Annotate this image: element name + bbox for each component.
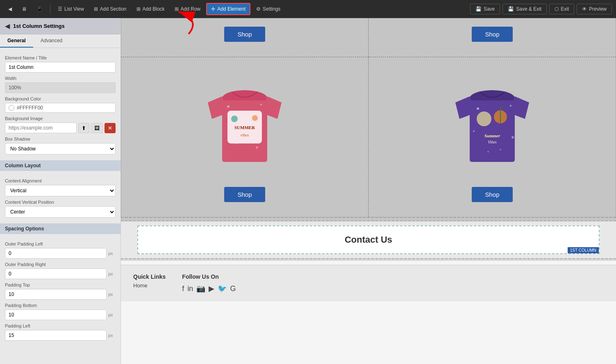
bg-image-delete-button[interactable]: ✕ bbox=[105, 123, 116, 133]
padding-bottom-label: Padding Bottom bbox=[5, 303, 116, 308]
padding-top-input[interactable] bbox=[5, 289, 107, 300]
main-layout: ◀ 1st Column Settings General Advanced E… bbox=[0, 18, 616, 364]
add-row-button[interactable]: ⊞ Add Row bbox=[170, 4, 205, 14]
contact-section: Contact Us 1ST COLUMN bbox=[137, 225, 600, 254]
color-swatch bbox=[9, 105, 14, 111]
settings-button[interactable]: ⚙ Settings bbox=[252, 4, 284, 14]
column-layout-section: Content Alignment Vertical Content Verti… bbox=[0, 171, 120, 222]
px-label-2: px bbox=[108, 271, 116, 276]
add-block-button[interactable]: ⊞ Add Block bbox=[132, 4, 169, 14]
bg-image-upload-button[interactable]: ⬆ bbox=[78, 123, 89, 133]
element-name-label: Element Name / Title bbox=[5, 55, 116, 60]
desktop-view-button[interactable]: 🖥 bbox=[18, 4, 31, 14]
quick-links-heading: Quick Links bbox=[133, 273, 166, 280]
shop-button-2-bottom[interactable]: Shop bbox=[472, 187, 512, 202]
bg-color-field[interactable]: #FFFFFF00 bbox=[5, 103, 116, 113]
linkedin-icon[interactable]: in bbox=[187, 284, 193, 293]
canvas-inner: Shop Shop bbox=[121, 18, 616, 364]
px-label-1: px bbox=[108, 251, 116, 256]
svg-point-17 bbox=[511, 136, 514, 139]
save-exit-icon: 💾 bbox=[508, 6, 514, 12]
svg-point-4 bbox=[260, 104, 262, 105]
padding-top-field: px bbox=[5, 289, 116, 300]
exit-icon: ⬡ bbox=[555, 6, 559, 12]
sidebar-title: 1st Column Settings bbox=[13, 23, 65, 29]
outer-padding-left-input[interactable] bbox=[5, 248, 107, 259]
padding-top-label: Padding Top bbox=[5, 282, 116, 287]
list-view-button[interactable]: ☰ List View bbox=[54, 4, 88, 14]
back-icon: ◀ bbox=[8, 6, 12, 12]
follow-us-heading: Follow Us On bbox=[182, 273, 236, 280]
px-label-5: px bbox=[108, 333, 116, 338]
px-label-3: px bbox=[108, 292, 116, 297]
column-layout-header: Column Layout bbox=[0, 160, 120, 171]
sidebar-back-button[interactable]: ◀ bbox=[5, 22, 10, 30]
shop-column-2: Summer Vibes Shop bbox=[368, 57, 616, 217]
twitter-icon[interactable]: 🐦 bbox=[218, 284, 227, 293]
content-vertical-position-label: Content Vertical Position bbox=[5, 200, 116, 205]
outer-padding-right-input[interactable] bbox=[5, 268, 107, 279]
add-row-icon: ⊞ bbox=[175, 6, 179, 12]
sidebar: ◀ 1st Column Settings General Advanced E… bbox=[0, 18, 121, 364]
tshirt-pink-image: SUMMER vibes bbox=[200, 66, 290, 180]
svg-point-11 bbox=[252, 115, 258, 121]
shop-column-1-top: Shop bbox=[121, 18, 368, 57]
svg-point-16 bbox=[473, 130, 475, 132]
tab-advanced[interactable]: Advanced bbox=[33, 34, 70, 48]
footer-home-link[interactable]: Home bbox=[133, 282, 166, 289]
outer-padding-right-label: Outer Padding Right bbox=[5, 262, 116, 267]
svg-point-20 bbox=[477, 111, 491, 126]
spacing-options-header: Spacing Options bbox=[0, 223, 120, 234]
list-icon: ☰ bbox=[58, 6, 62, 12]
mobile-view-button[interactable]: 📱 bbox=[32, 4, 47, 14]
contact-title: Contact Us bbox=[146, 234, 591, 245]
add-element-button[interactable]: ✛ Add Element bbox=[206, 3, 250, 15]
shop-section: SUMMER vibes Shop bbox=[121, 57, 616, 217]
canvas: Shop Shop bbox=[121, 18, 616, 364]
padding-bottom-input[interactable] bbox=[5, 309, 107, 320]
px-label-4: px bbox=[108, 312, 116, 317]
preview-button[interactable]: 👁 Preview bbox=[577, 4, 612, 14]
svg-text:Vibes: Vibes bbox=[488, 140, 497, 144]
bg-image-input[interactable] bbox=[5, 123, 77, 133]
svg-point-15 bbox=[510, 105, 511, 107]
mobile-icon: 📱 bbox=[36, 6, 43, 12]
toolbar: ◀ 🖥 📱 ☰ List View ⊞ Add Section ⊞ Add Bl… bbox=[0, 0, 616, 18]
youtube-icon[interactable]: ▶ bbox=[209, 284, 214, 293]
facebook-icon[interactable]: f bbox=[182, 284, 184, 293]
save-exit-button[interactable]: 💾 Save & Exit bbox=[502, 4, 547, 14]
sidebar-header: ◀ 1st Column Settings bbox=[0, 18, 120, 34]
contact-section-wrapper: Contact Us 1ST COLUMN bbox=[121, 221, 616, 258]
svg-point-3 bbox=[227, 105, 230, 108]
box-shadow-select[interactable]: No Shadow bbox=[5, 143, 116, 155]
save-button[interactable]: 💾 Save bbox=[470, 4, 500, 14]
footer-section: Quick Links Home Follow Us On f in 📷 ▶ 🐦… bbox=[121, 265, 616, 301]
bg-image-browse-button[interactable]: 🖼 bbox=[91, 123, 103, 133]
shop-button-1-bottom[interactable]: Shop bbox=[224, 187, 265, 202]
back-button[interactable]: ◀ bbox=[4, 4, 16, 14]
desktop-icon: 🖥 bbox=[22, 6, 27, 12]
spacing-section: Outer Padding Left px Outer Padding Righ… bbox=[0, 234, 120, 345]
exit-button[interactable]: ⬡ Exit bbox=[549, 4, 574, 14]
shop-button-1-top[interactable]: Shop bbox=[224, 27, 265, 42]
add-section-button[interactable]: ⊞ Add Section bbox=[90, 4, 131, 14]
separator-2 bbox=[121, 258, 616, 261]
svg-text:SUMMER: SUMMER bbox=[234, 125, 255, 130]
shop-column-1: SUMMER vibes Shop bbox=[121, 57, 368, 217]
svg-point-10 bbox=[231, 116, 238, 122]
padding-left-input[interactable] bbox=[5, 330, 107, 341]
tab-general[interactable]: General bbox=[0, 34, 33, 48]
separator-1 bbox=[121, 217, 616, 221]
add-block-icon: ⊞ bbox=[136, 6, 141, 12]
content-vertical-position-select[interactable]: Center bbox=[5, 206, 116, 218]
content-alignment-select[interactable]: Vertical bbox=[5, 185, 116, 196]
width-input[interactable] bbox=[5, 82, 116, 93]
google-icon[interactable]: G bbox=[230, 284, 236, 293]
shop-button-2-top[interactable]: Shop bbox=[472, 27, 512, 42]
instagram-icon[interactable]: 📷 bbox=[196, 284, 205, 293]
tshirt-purple-image: Summer Vibes bbox=[447, 66, 537, 180]
toolbar-divider-1 bbox=[50, 4, 50, 14]
outer-padding-left-field: px bbox=[5, 248, 116, 259]
element-name-input[interactable] bbox=[5, 62, 116, 73]
settings-icon: ⚙ bbox=[256, 6, 261, 12]
